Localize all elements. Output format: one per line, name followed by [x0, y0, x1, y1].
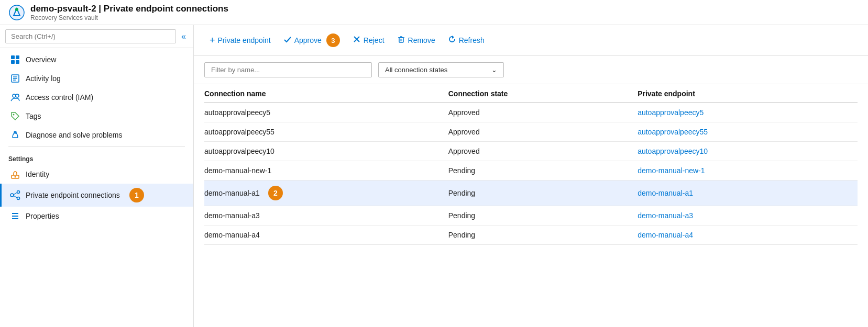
header: demo-psvault-2 | Private endpoint connec… — [0, 0, 868, 25]
endpoint-link[interactable]: demo-manual-new-1 — [638, 166, 705, 175]
search-input[interactable] — [5, 29, 176, 43]
approve-button[interactable]: Approve 3 — [278, 30, 345, 50]
sidebar-item-overview[interactable]: Overview — [0, 50, 193, 69]
refresh-icon — [448, 35, 456, 46]
overview-icon — [10, 54, 20, 65]
cell-private-endpoint[interactable]: demo-manual-a3 — [638, 206, 858, 225]
cell-private-endpoint[interactable]: autoapprovalpeecy10 — [638, 142, 858, 161]
cell-private-endpoint[interactable]: demo-manual-a4 — [638, 225, 858, 245]
cell-connection-state: Pending — [448, 181, 638, 206]
svg-point-17 — [15, 176, 16, 178]
endpoint-link[interactable]: autoapprovalpeecy10 — [638, 147, 708, 155]
table-row[interactable]: demo-manual-new-1Pendingdemo-manual-new-… — [204, 161, 858, 181]
sidebar-label-private-endpoint: Private endpoint connections — [26, 191, 120, 199]
col-connection-state: Connection state — [448, 84, 638, 103]
col-connection-name: Connection name — [204, 84, 448, 103]
refresh-button[interactable]: Refresh — [443, 32, 490, 49]
sidebar-label-tags: Tags — [26, 112, 41, 120]
svg-rect-6 — [16, 60, 19, 64]
sidebar-search-bar: « — [0, 25, 193, 48]
row-badge: 2 — [268, 186, 283, 200]
cell-connection-state: Approved — [448, 103, 638, 122]
endpoint-link[interactable]: demo-manual-a4 — [638, 231, 693, 239]
trash-icon — [397, 35, 405, 46]
cell-connection-name: demo-manual-new-1 — [204, 161, 448, 180]
table-row[interactable]: demo-manual-a3Pendingdemo-manual-a3 — [204, 206, 858, 225]
svg-marker-33 — [452, 36, 454, 39]
header-titles: demo-psvault-2 | Private endpoint connec… — [30, 4, 228, 21]
cell-connection-state: Approved — [448, 122, 638, 142]
activity-log-icon — [10, 73, 20, 84]
sidebar-item-identity[interactable]: Identity — [0, 165, 193, 184]
settings-divider — [8, 146, 185, 147]
main-content: + Private endpoint Approve 3 Reject — [194, 25, 868, 327]
reject-label: Reject — [364, 36, 384, 44]
table-row[interactable]: demo-manual-a12Pendingdemo-manual-a1 — [204, 181, 858, 206]
filter-name-input[interactable] — [204, 62, 372, 77]
sidebar-item-private-endpoint-connections[interactable]: Private endpoint connections 1 — [0, 184, 193, 207]
add-private-endpoint-button[interactable]: + Private endpoint — [204, 32, 276, 49]
cell-private-endpoint[interactable]: demo-manual-a1 — [638, 181, 858, 206]
refresh-label: Refresh — [459, 36, 485, 44]
endpoint-link[interactable]: autoapprovalpeecy55 — [638, 128, 708, 136]
sidebar-badge: 1 — [129, 188, 144, 202]
toolbar: + Private endpoint Approve 3 Reject — [194, 25, 868, 56]
cell-connection-name: demo-manual-a4 — [204, 225, 448, 244]
page-title: demo-psvault-2 | Private endpoint connec… — [30, 4, 228, 14]
sidebar-item-activity-log[interactable]: Activity log — [0, 69, 193, 88]
svg-point-20 — [17, 197, 20, 200]
svg-point-12 — [16, 94, 19, 97]
filter-bar: All connection states ⌄ — [194, 56, 868, 84]
endpoint-link[interactable]: demo-manual-a3 — [638, 211, 693, 220]
private-endpoint-icon — [10, 190, 20, 200]
sidebar-item-access-control[interactable]: Access control (IAM) — [0, 88, 193, 107]
plus-icon: + — [210, 35, 215, 46]
cell-private-endpoint[interactable]: demo-manual-new-1 — [638, 161, 858, 181]
cell-connection-state: Pending — [448, 161, 638, 181]
x-icon — [353, 35, 361, 46]
sidebar-item-tags[interactable]: Tags — [0, 107, 193, 126]
table-row[interactable]: autoapprovalpeecy55Approvedautoapprovalp… — [204, 122, 858, 142]
add-private-endpoint-label: Private endpoint — [218, 36, 271, 44]
sidebar-collapse-button[interactable]: « — [179, 31, 188, 42]
cell-private-endpoint[interactable]: autoapprovalpeecy5 — [638, 103, 858, 122]
table-row[interactable]: demo-manual-a4Pendingdemo-manual-a4 — [204, 225, 858, 245]
settings-section-header: Settings — [0, 149, 193, 165]
svg-point-13 — [13, 114, 15, 116]
remove-button[interactable]: Remove — [392, 32, 441, 49]
app-icon — [8, 4, 25, 21]
cell-connection-state: Pending — [448, 225, 638, 245]
reject-button[interactable]: Reject — [347, 32, 390, 49]
endpoint-link[interactable]: demo-manual-a1 — [638, 189, 693, 197]
connections-table: Connection name Connection state Private… — [204, 84, 858, 245]
check-icon — [283, 35, 292, 46]
sidebar-label-identity: Identity — [26, 170, 49, 178]
remove-label: Remove — [408, 36, 435, 44]
svg-rect-4 — [16, 55, 19, 59]
sidebar: « Overview — [0, 25, 194, 327]
endpoint-link[interactable]: autoapprovalpeecy5 — [638, 108, 704, 117]
table-row[interactable]: autoapprovalpeecy10Approvedautoapprovalp… — [204, 142, 858, 161]
approve-label: Approve — [294, 36, 322, 44]
cell-connection-name: autoapprovalpeecy10 — [204, 142, 448, 161]
sidebar-label-access-control: Access control (IAM) — [26, 93, 93, 102]
table-row[interactable]: autoapprovalpeecy5Approvedautoapprovalpe… — [204, 103, 858, 122]
sidebar-label-diagnose: Diagnose and solve problems — [26, 131, 122, 139]
sidebar-nav: Overview Activity log — [0, 48, 193, 327]
sidebar-item-properties[interactable]: Properties — [0, 207, 193, 225]
svg-line-21 — [14, 193, 17, 195]
svg-rect-28 — [399, 38, 403, 42]
sidebar-item-diagnose[interactable]: Diagnose and solve problems — [0, 126, 193, 144]
svg-point-18 — [10, 194, 14, 197]
page-subtitle: Recovery Services vault — [30, 14, 228, 21]
cell-private-endpoint[interactable]: autoapprovalpeecy55 — [638, 122, 858, 142]
connection-state-dropdown[interactable]: All connection states ⌄ — [378, 62, 504, 77]
tags-icon — [10, 111, 20, 121]
iam-icon — [10, 92, 20, 103]
properties-icon — [10, 211, 20, 221]
svg-point-11 — [13, 94, 16, 97]
connection-state-label: All connection states — [385, 66, 447, 74]
dropdown-chevron-icon: ⌄ — [491, 66, 497, 74]
cell-connection-state: Approved — [448, 142, 638, 161]
sidebar-label-properties: Properties — [26, 212, 59, 220]
